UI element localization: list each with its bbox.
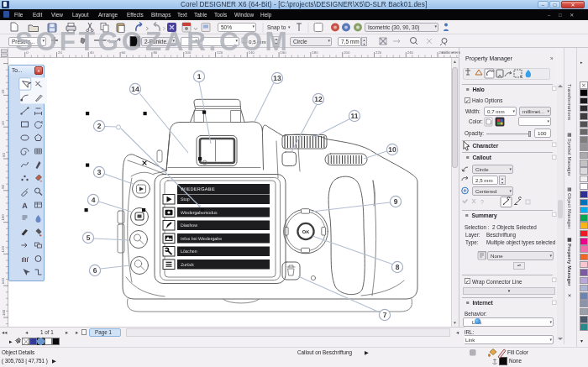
svg-text:A: A	[22, 202, 28, 210]
